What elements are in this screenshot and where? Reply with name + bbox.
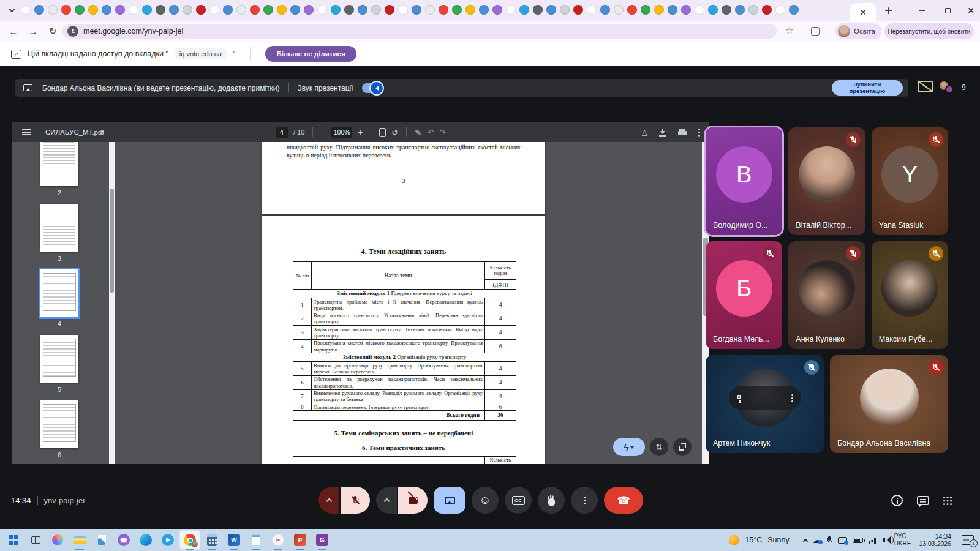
sidebar-scrollbar-thumb[interactable] xyxy=(110,189,114,293)
expand-button[interactable] xyxy=(673,438,692,456)
pinned-tab-favicon[interactable] xyxy=(75,5,85,15)
weather-condition[interactable]: Sunny xyxy=(767,536,789,544)
reactions-button[interactable] xyxy=(472,487,499,514)
sidebar-scrollbar[interactable] xyxy=(109,142,115,464)
edge[interactable] xyxy=(136,531,156,549)
address-bar[interactable]: meet.google.com/ynv-paip-jei xyxy=(62,24,777,39)
camera-toggle-button[interactable] xyxy=(398,487,428,514)
weather-temp[interactable]: 15°C xyxy=(745,536,762,544)
mic-options-chevron[interactable] xyxy=(318,487,339,514)
pinned-tab-favicon[interactable] xyxy=(317,5,327,15)
pinned-tab-favicon[interactable] xyxy=(600,5,610,15)
profile-chip[interactable]: Освіта xyxy=(835,23,881,39)
page-thumbnail[interactable]: 3 xyxy=(40,204,78,262)
pinned-tab-favicon[interactable] xyxy=(695,5,704,15)
new-tab-button[interactable] xyxy=(882,5,894,16)
pinned-tab-favicon[interactable] xyxy=(21,5,31,15)
back-button[interactable] xyxy=(7,25,20,37)
print-icon[interactable] xyxy=(678,131,687,135)
volume-icon[interactable] xyxy=(883,538,885,542)
pinned-tab-favicon[interactable] xyxy=(398,5,408,15)
viber[interactable]: ☎ xyxy=(114,531,134,549)
pinned-tab-favicon[interactable] xyxy=(573,5,583,15)
participant-tile[interactable]: Бондар Альона Василівна xyxy=(830,355,948,453)
thumbnail-image[interactable] xyxy=(40,142,78,186)
participant-tile[interactable]: Максим Рубе... xyxy=(872,241,948,349)
hidden-icons-chevron[interactable] xyxy=(804,538,807,543)
pinned-tab-favicon[interactable] xyxy=(385,5,394,15)
participant-tile[interactable]: Б Богдана Мель... xyxy=(706,241,782,349)
onedrive-icon[interactable] xyxy=(813,536,821,544)
network-icon[interactable] xyxy=(869,537,877,544)
window-maximize-button[interactable] xyxy=(937,0,958,21)
pinned-tab-favicon[interactable] xyxy=(209,5,219,15)
pinned-tab-favicon[interactable] xyxy=(587,5,597,15)
participant-tile[interactable]: Артем Никончук xyxy=(706,355,824,453)
save-to-drive-icon[interactable] xyxy=(642,128,647,137)
pinned-tab-favicon[interactable] xyxy=(452,5,462,15)
page-thumbnail[interactable]: 5 xyxy=(40,335,78,393)
pinned-tab-favicon[interactable] xyxy=(668,5,677,15)
pinned-tab-favicon[interactable] xyxy=(223,5,233,15)
page-thumbnail[interactable]: 2 xyxy=(40,142,78,197)
pinned-tab-favicon[interactable] xyxy=(533,5,543,15)
chrome[interactable] xyxy=(180,531,200,549)
tab-close-icon[interactable] xyxy=(860,9,866,15)
pinned-tab-favicon[interactable] xyxy=(722,5,731,15)
thumbnail-image[interactable] xyxy=(40,204,78,252)
pinned-tab-favicon[interactable] xyxy=(290,5,300,15)
pinned-tab-favicon[interactable] xyxy=(681,5,691,15)
thumbnail-image[interactable] xyxy=(40,400,78,448)
pinned-tab-favicon[interactable] xyxy=(614,5,624,15)
more-options-button[interactable] xyxy=(571,487,598,514)
pinned-tab-favicon[interactable] xyxy=(560,5,570,15)
snipping-tool[interactable]: ✂ xyxy=(268,531,288,549)
pin-icon[interactable] xyxy=(737,395,741,399)
window-close-button[interactable] xyxy=(960,0,980,21)
pinned-tab-favicon[interactable] xyxy=(519,5,529,15)
pinned-tab-favicon[interactable] xyxy=(492,5,502,15)
zoom-in-button[interactable] xyxy=(358,127,363,137)
pinned-tab-favicon[interactable] xyxy=(425,5,435,15)
pinned-tab-favicon[interactable] xyxy=(789,5,799,15)
pinned-tab-favicon[interactable] xyxy=(115,5,125,15)
pinned-tab-favicon[interactable] xyxy=(250,5,260,15)
info-icon[interactable] xyxy=(891,495,903,506)
redo-icon[interactable] xyxy=(439,128,446,137)
pinned-tab-favicon[interactable] xyxy=(169,5,179,15)
pinned-tab-favicon[interactable] xyxy=(546,5,556,15)
stop-sharing-button[interactable]: Більше не ділитися xyxy=(265,46,356,62)
pinned-tab-favicon[interactable] xyxy=(129,5,138,15)
tray-mic-icon[interactable] xyxy=(826,536,832,544)
captions-button[interactable]: CC xyxy=(505,487,532,514)
presentation-audio-toggle[interactable] xyxy=(362,83,383,93)
participant-tile[interactable]: Віталій Віктор... xyxy=(788,127,865,235)
undo-icon[interactable] xyxy=(427,128,434,137)
pinned-tab-favicon[interactable] xyxy=(641,5,650,15)
word[interactable]: W xyxy=(224,531,244,549)
pinned-tab-favicon[interactable] xyxy=(358,5,368,15)
notepad[interactable] xyxy=(246,531,266,549)
pinned-tab-favicon[interactable] xyxy=(331,5,341,15)
tile-hover-controls[interactable] xyxy=(729,386,801,410)
pinned-tab-favicon[interactable] xyxy=(344,5,354,15)
calculator[interactable] xyxy=(202,531,222,549)
photos-app[interactable] xyxy=(92,531,111,549)
pinned-tab-favicon[interactable] xyxy=(748,5,758,15)
laser-pointer-button[interactable]: ϟ xyxy=(613,438,645,456)
scroll-sync-button[interactable]: ⇅ xyxy=(650,438,668,456)
gom-player[interactable]: G xyxy=(312,531,332,549)
stop-presentation-button[interactable]: Зупинити презентацію xyxy=(832,80,903,96)
pinned-tab-favicon[interactable] xyxy=(196,5,206,15)
language-indicator[interactable]: РУС UKRE xyxy=(894,533,911,548)
tile-more-icon[interactable] xyxy=(791,397,793,399)
file-explorer[interactable] xyxy=(70,531,89,549)
fit-page-icon[interactable] xyxy=(379,128,386,137)
forward-button[interactable] xyxy=(27,25,39,37)
battery-icon[interactable] xyxy=(853,538,863,543)
tray-clock[interactable]: 14:34 13.03.2026 xyxy=(919,533,951,548)
pinned-tab-favicon[interactable] xyxy=(263,5,273,15)
mic-toggle-button[interactable] xyxy=(341,487,370,514)
participant-tile[interactable]: Анна Куленко xyxy=(788,241,865,349)
pinned-tab-favicon[interactable] xyxy=(156,5,165,15)
